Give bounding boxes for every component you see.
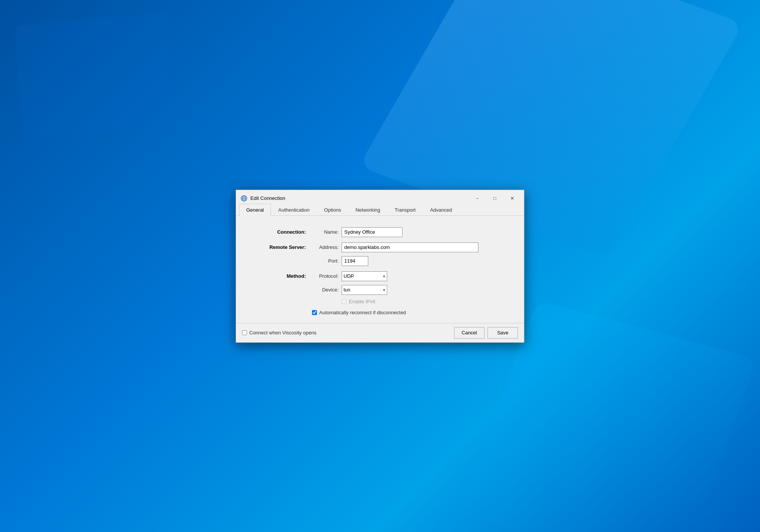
tab-general[interactable]: General [239,204,271,216]
address-label: Address: [312,244,339,250]
device-select-wrapper: tun tap [342,285,387,295]
remote-server-row: Remote Server: Address: Port: [251,242,509,266]
connection-row: Connection: Name: [251,227,509,237]
address-field-row: Address: [312,242,509,252]
port-label: Port: [312,258,339,264]
tab-networking[interactable]: Networking [348,204,387,216]
method-fields: Protocol: UDP TCP Device: tun [312,271,509,304]
tab-authentication[interactable]: Authentication [271,204,317,216]
enable-ipv6-checkbox[interactable] [342,299,347,304]
overlay: Edit Connection − □ ✕ General Authentica… [0,0,760,532]
protocol-field-row: Protocol: UDP TCP [312,271,509,281]
auto-reconnect-checkbox[interactable] [312,310,317,315]
protocol-select-wrapper: UDP TCP [342,271,387,281]
title-bar-left: Edit Connection [241,195,285,202]
cancel-button[interactable]: Cancel [454,327,484,339]
name-field-row: Name: [312,227,509,237]
tab-advanced[interactable]: Advanced [423,204,459,216]
save-button[interactable]: Save [488,327,518,339]
edit-connection-window: Edit Connection − □ ✕ General Authentica… [236,190,524,343]
address-input[interactable] [342,242,478,252]
close-button[interactable]: ✕ [504,193,521,204]
connect-on-open-label: Connect when Viscosity opens [249,330,317,336]
footer: Connect when Viscosity opens Cancel Save [236,323,524,342]
method-row: Method: Protocol: UDP TCP Device: [251,271,509,304]
connect-on-open-checkbox[interactable] [242,330,247,335]
auto-reconnect-label: Automatically reconnect if disconnected [319,310,406,315]
method-section-label: Method: [251,271,312,279]
name-input[interactable] [342,227,402,237]
connection-fields: Name: [312,227,509,237]
name-label: Name: [312,229,339,235]
minimize-button[interactable]: − [469,193,486,204]
form-content: Connection: Name: Remote Server: Address… [236,216,524,323]
footer-left: Connect when Viscosity opens [242,330,317,336]
reconnect-section: Automatically reconnect if disconnected [312,310,509,315]
device-label: Device: [312,287,339,293]
auto-reconnect-row: Automatically reconnect if disconnected [312,310,509,315]
connection-section-label: Connection: [251,227,312,235]
enable-ipv6-row: Enable IPv6 [342,299,509,304]
remote-server-section-label: Remote Server: [251,242,312,250]
tab-bar: General Authentication Options Networkin… [236,204,524,216]
remote-server-fields: Address: Port: [312,242,509,266]
tab-transport[interactable]: Transport [388,204,423,216]
device-field-row: Device: tun tap [312,285,509,295]
globe-icon [241,195,247,202]
protocol-select[interactable]: UDP TCP [342,271,387,281]
footer-right: Cancel Save [454,327,518,339]
window-title: Edit Connection [250,195,285,201]
enable-ipv6-label: Enable IPv6 [349,299,375,304]
title-bar: Edit Connection − □ ✕ [236,190,524,204]
port-input[interactable] [342,256,368,266]
protocol-label: Protocol: [312,273,339,279]
maximize-button[interactable]: □ [486,193,504,204]
port-field-row: Port: [312,256,509,266]
tab-options[interactable]: Options [317,204,348,216]
device-select[interactable]: tun tap [342,285,387,295]
title-bar-controls: − □ ✕ [469,193,521,204]
